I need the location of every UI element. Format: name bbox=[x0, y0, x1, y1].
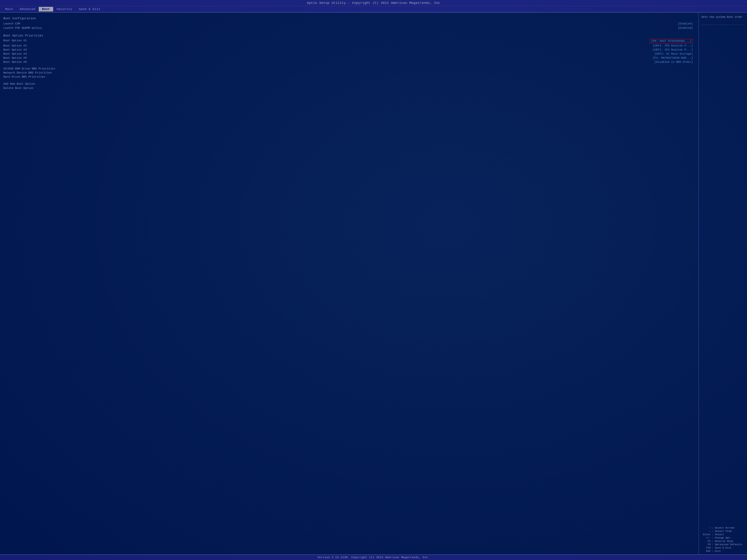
key-name-esc: ESC bbox=[701, 550, 711, 553]
key-row-select-item: ↕ : Select Item bbox=[701, 530, 745, 533]
key-name-enter: Enter bbox=[701, 533, 711, 536]
boot-option-label-1: Boot Option #1 bbox=[3, 39, 27, 43]
config-label-csm: Launch CSM bbox=[3, 22, 20, 25]
config-row-pxe: Launch PXE OpROM policy [Enabled] bbox=[3, 26, 697, 30]
boot-priorities-title: Boot Option Priorities bbox=[3, 34, 697, 37]
boot-option-value-3[interactable]: [UEFI: IP4 Realtek P...] bbox=[653, 48, 693, 52]
config-value-pxe[interactable]: [Enabled] bbox=[678, 26, 693, 30]
boot-option-value-1[interactable]: [P0: HGST HTS545050A...] bbox=[650, 39, 693, 43]
key-desc-f9: : Optimized Defaults bbox=[712, 543, 742, 546]
key-name-f9: F9 bbox=[701, 543, 711, 546]
key-row-change: +/- : Change Opt. bbox=[701, 536, 745, 539]
config-value-csm[interactable]: [Enabled] bbox=[678, 22, 693, 25]
boot-option-value-4[interactable]: [UEFI: AI Mass Storage] bbox=[654, 52, 693, 56]
menu-item-security[interactable]: Security bbox=[53, 7, 76, 11]
config-row-csm: Launch CSM [Enabled] bbox=[3, 22, 697, 25]
boot-option-value-5[interactable]: [P1: MATSHITADVD-RAM...] bbox=[653, 56, 693, 60]
menu-item-advanced[interactable]: Advanced bbox=[16, 7, 39, 11]
boot-option-row-2: Boot Option #2 [UEFI: IP6 Realtek P...] bbox=[3, 44, 697, 47]
status-text: Version 2.15.1236. Copyright (C) 2012 Am… bbox=[317, 556, 430, 559]
boot-option-label-5: Boot Option #5 bbox=[3, 56, 27, 60]
bios-screen: Aptio Setup Utility – Copyright (C) 2012… bbox=[0, 0, 747, 560]
boot-option-label-2: Boot Option #2 bbox=[3, 44, 27, 47]
menu-bar: Main Advanced Boot Security Save & Exit bbox=[0, 6, 747, 12]
key-desc-enter: : Select bbox=[712, 533, 724, 536]
key-name-f1: F1 bbox=[701, 540, 711, 542]
boot-option-row-3: Boot Option #3 [UEFI: IP4 Realtek P...] bbox=[3, 48, 697, 52]
left-panel: Boot Configuration Launch CSM [Enabled] … bbox=[0, 12, 699, 555]
key-desc-select-item: : Select Item bbox=[712, 530, 731, 533]
boot-option-row-5: Boot Option #5 [P1: MATSHITADVD-RAM...] bbox=[3, 56, 697, 60]
boot-option-label-4: Boot Option #4 bbox=[3, 52, 27, 56]
title-text: Aptio Setup Utility – Copyright (C) 2012… bbox=[307, 1, 440, 5]
key-name-updown: ↕ bbox=[701, 530, 711, 533]
right-panel: Sets the system boot order ↔ : Select Sc… bbox=[699, 12, 747, 555]
boot-option-row-6: Boot Option #6 [Disabled in BBS Order] bbox=[3, 60, 697, 64]
key-row-select-screen: ↔ : Select Screen bbox=[701, 527, 745, 529]
status-bar: Version 2.15.1236. Copyright (C) 2012 Am… bbox=[0, 555, 747, 560]
bbs-section: CD/DVD ROM Drive BBS Priorities Network … bbox=[3, 67, 697, 79]
boot-option-value-6[interactable]: [Disabled in BBS Order] bbox=[654, 60, 693, 64]
key-desc-f1: : General Help bbox=[712, 540, 733, 542]
key-help-section: ↔ : Select Screen ↕ : Select Item Enter … bbox=[701, 527, 745, 553]
key-row-f9: F9 : Optimized Defaults bbox=[701, 543, 745, 546]
boot-option-value-2[interactable]: [UEFI: IP6 Realtek P...] bbox=[653, 44, 693, 47]
key-desc-f10: : Save & Exit bbox=[712, 546, 731, 549]
boot-option-row-4: Boot Option #4 [UEFI: AI Mass Storage] bbox=[3, 52, 697, 56]
key-row-enter: Enter : Select bbox=[701, 533, 745, 536]
delete-boot-option[interactable]: Delete Boot Option bbox=[3, 86, 697, 90]
key-name-f10: F10 bbox=[701, 546, 711, 549]
bbs-item-harddrive[interactable]: Hard Drive BBS Priorities bbox=[3, 75, 697, 79]
menu-item-save-exit[interactable]: Save & Exit bbox=[76, 7, 104, 11]
boot-config-title: Boot Configuration bbox=[3, 17, 697, 20]
key-desc-esc: : Exit bbox=[712, 550, 721, 553]
main-content: Boot Configuration Launch CSM [Enabled] … bbox=[0, 12, 747, 555]
key-name-plusminus: +/- bbox=[701, 536, 711, 539]
boot-option-label-6: Boot Option #6 bbox=[3, 60, 27, 64]
key-desc-select-screen: : Select Screen bbox=[712, 527, 735, 529]
boot-option-row-1: Boot Option #1 [P0: HGST HTS545050A...] bbox=[3, 39, 697, 43]
key-row-f1: F1 : General Help bbox=[701, 540, 745, 542]
key-row-esc: ESC : Exit bbox=[701, 550, 745, 553]
key-name-arrows: ↔ bbox=[701, 527, 711, 529]
key-row-f10: F10 : Save & Exit bbox=[701, 546, 745, 549]
bbs-item-network[interactable]: Network Device BBS Priorities bbox=[3, 71, 697, 75]
title-bar: Aptio Setup Utility – Copyright (C) 2012… bbox=[0, 0, 747, 6]
boot-option-label-3: Boot Option #3 bbox=[3, 48, 27, 52]
menu-item-main[interactable]: Main bbox=[2, 7, 16, 11]
help-text: Sets the system boot order bbox=[701, 15, 745, 19]
config-label-pxe: Launch PXE OpROM policy bbox=[3, 26, 42, 30]
add-boot-option[interactable]: Add New Boot Option bbox=[3, 82, 697, 85]
key-desc-change: : Change Opt. bbox=[712, 536, 731, 539]
menu-item-boot[interactable]: Boot bbox=[39, 7, 53, 11]
bbs-item-cddvd[interactable]: CD/DVD ROM Drive BBS Priorities bbox=[3, 67, 697, 70]
key-divider bbox=[701, 25, 745, 25]
